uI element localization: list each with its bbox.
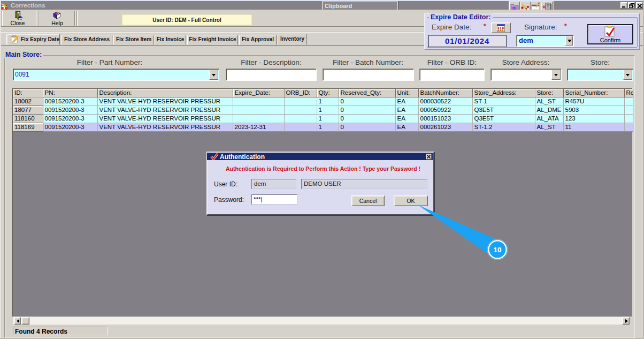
svg-text:?: ? [56, 11, 59, 17]
svg-text:10: 10 [493, 246, 501, 254]
